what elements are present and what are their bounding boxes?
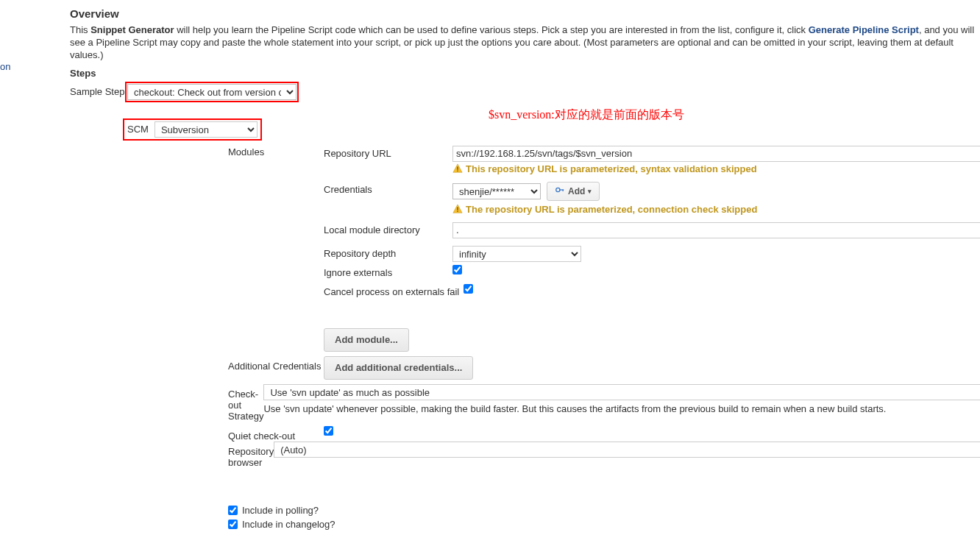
caret-down-icon: ▾ — [588, 188, 592, 195]
svg-rect-1 — [457, 167, 458, 170]
repository-url-label: Repository URL — [324, 146, 452, 159]
sample-step-select[interactable]: checkout: Check out from version control — [127, 84, 297, 100]
local-module-dir-input[interactable] — [452, 222, 980, 238]
add-additional-credentials-button[interactable]: Add additional credentials... — [324, 356, 473, 380]
svg-rect-5 — [563, 190, 564, 192]
repo-url-warning: This repository URL is parameterized, sy… — [466, 163, 757, 174]
svn-version-annotation: $svn_version:对应的就是前面的版本号 — [489, 107, 684, 123]
sample-step-highlight: checkout: Check out from version control — [125, 82, 299, 102]
svg-rect-8 — [457, 211, 458, 212]
repository-depth-select[interactable]: infinity — [452, 246, 581, 262]
repository-browser-select[interactable]: (Auto) — [274, 442, 980, 458]
checkout-strategy-description: Use 'svn update' whenever possible, maki… — [263, 403, 980, 414]
include-polling-checkbox[interactable] — [228, 506, 238, 515]
ignore-externals-label: Ignore externals — [324, 265, 452, 278]
include-changelog-label: Include in changelog? — [242, 519, 335, 530]
credentials-label: Credentials — [324, 182, 452, 195]
scm-highlight: SCM Subversion — [123, 118, 262, 141]
modules-label: Modules — [228, 142, 320, 157]
svg-rect-7 — [457, 208, 458, 210]
overview-heading: Overview — [70, 7, 980, 20]
cancel-externals-label: Cancel process on externals fail — [324, 284, 464, 297]
additional-credentials-label: Additional Credentials — [228, 356, 324, 372]
repository-browser-label: Repository browser — [228, 442, 274, 468]
leftnav-fragment: on — [0, 61, 10, 72]
svg-rect-2 — [457, 171, 458, 171]
ignore-externals-checkbox[interactable] — [452, 265, 462, 274]
credentials-warning: The repository URL is parameterized, con… — [466, 204, 757, 215]
warning-icon — [452, 204, 463, 214]
repository-url-input[interactable] — [452, 146, 980, 162]
steps-heading: Steps — [70, 68, 980, 79]
quiet-checkout-checkbox[interactable] — [324, 426, 333, 436]
warning-icon — [452, 163, 463, 174]
sample-step-label: Sample Step — [70, 82, 125, 97]
local-module-dir-label: Local module directory — [324, 222, 452, 235]
checkout-strategy-label: Check-out Strategy — [228, 384, 263, 422]
overview-description: This Snippet Generator will help you lea… — [70, 24, 980, 62]
repository-depth-label: Repository depth — [324, 246, 452, 259]
include-changelog-checkbox[interactable] — [228, 520, 238, 529]
credentials-select[interactable]: shenjie/****** — [452, 183, 541, 199]
add-module-button[interactable]: Add module... — [324, 328, 409, 352]
include-polling-label: Include in polling? — [242, 505, 319, 516]
cancel-externals-checkbox[interactable] — [464, 284, 473, 294]
scm-label: SCM — [127, 124, 149, 135]
checkout-strategy-select[interactable]: Use 'svn update' as much as possible — [263, 384, 980, 400]
key-icon — [555, 185, 565, 197]
quiet-checkout-label: Quiet check-out — [228, 426, 324, 442]
scm-select[interactable]: Subversion — [155, 121, 258, 138]
add-credentials-button[interactable]: Add ▾ — [547, 182, 600, 201]
